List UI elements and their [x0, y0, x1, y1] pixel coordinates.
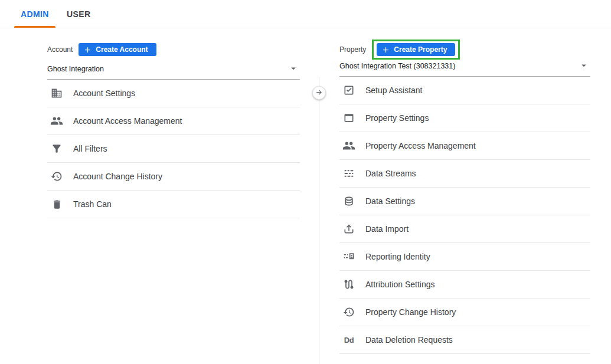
menu-item-label: Data Streams	[365, 169, 416, 178]
menu-item-data-import[interactable]: Data Import	[339, 215, 590, 243]
chevron-down-icon	[288, 63, 299, 76]
menu-item-property-settings[interactable]: Property Settings	[339, 104, 590, 132]
window-icon	[342, 112, 355, 124]
menu-item-trash-can[interactable]: Trash Can	[47, 191, 300, 218]
menu-item-label: Attribution Settings	[365, 280, 435, 289]
menu-item-label: Data Import	[365, 224, 409, 234]
column-divider	[319, 77, 319, 364]
create-property-highlight: Create Property	[372, 40, 460, 60]
dd-letters: Dd	[344, 336, 354, 345]
create-account-button[interactable]: Create Account	[79, 43, 156, 56]
chevron-down-icon	[579, 60, 589, 73]
menu-item-label: Setup Assistant	[365, 86, 423, 95]
create-account-button-label: Create Account	[96, 45, 148, 54]
property-label: Property	[339, 45, 366, 54]
database-icon	[342, 195, 355, 208]
menu-item-property-change-history[interactable]: Property Change History	[339, 299, 590, 326]
menu-item-label: Property Change History	[365, 307, 456, 317]
collapse-column-button[interactable]	[312, 86, 326, 100]
attribution-icon	[342, 278, 355, 291]
account-selector[interactable]: Ghost Integration	[47, 64, 300, 80]
menu-item-account-access-management[interactable]: Account Access Management	[47, 107, 300, 135]
menu-item-data-deletion-requests[interactable]: Dd Data Deletion Requests	[339, 326, 590, 354]
plus-icon	[381, 45, 390, 54]
menu-item-label: Reporting Identity	[365, 252, 430, 261]
tab-admin[interactable]: ADMIN	[12, 0, 58, 28]
trash-icon	[50, 198, 63, 211]
tab-user[interactable]: USER	[58, 0, 100, 28]
people-icon	[342, 139, 355, 152]
property-column: Property Create Property Ghost Integrati…	[339, 41, 590, 354]
menu-item-label: All Filters	[73, 144, 107, 153]
account-column: Account Create Account Ghost Integration…	[47, 41, 300, 218]
menu-item-property-access-management[interactable]: Property Access Management	[339, 132, 590, 160]
menu-item-label: Account Access Management	[73, 116, 182, 126]
menu-item-label: Account Settings	[73, 88, 135, 98]
reporting-identity-icon	[342, 250, 355, 263]
menu-item-label: Data Settings	[365, 196, 415, 206]
account-selector-value: Ghost Integration	[47, 65, 104, 73]
property-selector-value: Ghost Integration Test (308321331)	[339, 62, 455, 70]
data-streams-icon	[342, 167, 355, 180]
menu-item-account-settings[interactable]: Account Settings	[47, 80, 300, 107]
menu-item-label: Property Access Management	[365, 141, 476, 150]
upload-icon	[342, 222, 355, 235]
property-header: Property Create Property	[339, 41, 590, 58]
dd-letters-icon: Dd	[342, 333, 355, 346]
menu-item-setup-assistant[interactable]: Setup Assistant	[339, 77, 590, 104]
account-header: Account Create Account	[47, 41, 300, 58]
menu-item-reporting-identity[interactable]: Reporting Identity	[339, 243, 590, 271]
building-icon	[50, 87, 63, 100]
create-property-button-label: Create Property	[394, 45, 447, 54]
menu-item-label: Property Settings	[365, 113, 429, 123]
account-label: Account	[47, 45, 73, 54]
history-icon	[342, 306, 355, 319]
menu-item-label: Data Deletion Requests	[365, 335, 453, 345]
create-property-button[interactable]: Create Property	[377, 43, 455, 56]
history-icon	[50, 170, 63, 183]
menu-item-account-change-history[interactable]: Account Change History	[47, 163, 300, 191]
checkbox-check-icon	[342, 84, 355, 97]
menu-item-data-settings[interactable]: Data Settings	[339, 188, 590, 215]
people-icon	[50, 114, 63, 127]
filter-icon	[50, 142, 63, 155]
property-selector[interactable]: Ghost Integration Test (308321331)	[339, 61, 590, 77]
plus-icon	[83, 45, 92, 54]
admin-user-tabbar: ADMIN USER	[0, 0, 611, 28]
menu-item-label: Trash Can	[73, 199, 112, 209]
menu-item-label: Account Change History	[73, 172, 162, 181]
account-menu: Account Settings Account Access Manageme…	[47, 80, 300, 218]
menu-item-attribution-settings[interactable]: Attribution Settings	[339, 271, 590, 299]
arrow-right-icon	[315, 88, 323, 98]
menu-item-data-streams[interactable]: Data Streams	[339, 160, 590, 188]
menu-item-all-filters[interactable]: All Filters	[47, 135, 300, 163]
property-menu: Setup Assistant Property Settings Proper…	[339, 77, 590, 354]
